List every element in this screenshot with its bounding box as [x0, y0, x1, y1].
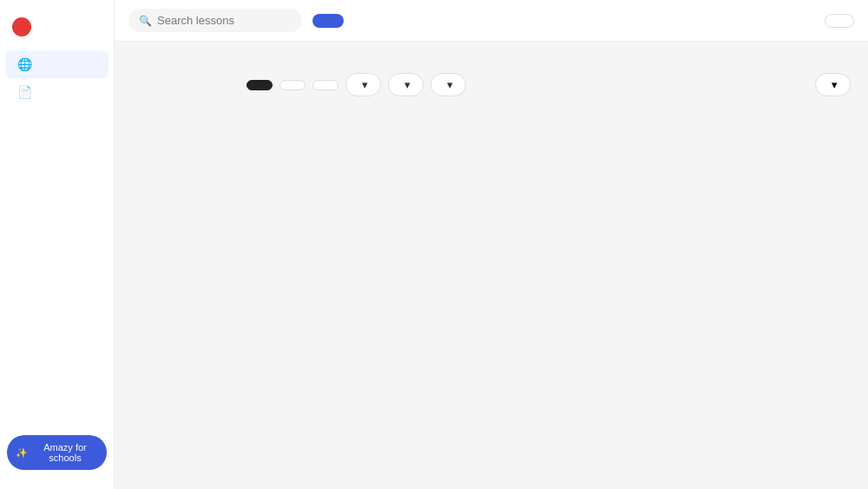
- chevron-icon: ▾: [362, 78, 368, 91]
- schools-label: Amazy for schools: [32, 442, 98, 463]
- app-logo: [0, 10, 114, 50]
- filter-all[interactable]: [247, 80, 273, 90]
- chevron-icon: ▾: [447, 78, 453, 91]
- filter-premium[interactable]: [279, 80, 306, 90]
- search-box: 🔍: [128, 9, 302, 32]
- filter-level[interactable]: ▾: [388, 73, 424, 96]
- community-icon: 🌐: [17, 57, 32, 71]
- search-icon: 🔍: [139, 15, 152, 27]
- sort-chevron-icon: ▾: [832, 78, 838, 91]
- create-lesson-button[interactable]: [312, 14, 344, 28]
- topbar: 🔍: [115, 0, 868, 42]
- filter-bar: ▾ ▾ ▾ ▾: [247, 73, 851, 96]
- filter-free[interactable]: [312, 80, 339, 90]
- search-input[interactable]: [157, 14, 279, 27]
- schools-icon: ✨: [16, 447, 28, 459]
- filter-language[interactable]: ▾: [345, 73, 381, 96]
- chevron-icon: ▾: [404, 78, 411, 91]
- sidebar-footer: ✨ Amazy for schools: [0, 426, 114, 479]
- sort-button[interactable]: ▾: [815, 73, 851, 96]
- logo-icon: [12, 17, 31, 36]
- sidebar-item-community[interactable]: 🌐: [5, 50, 108, 78]
- drafts-icon: 📄: [17, 85, 32, 99]
- sidebar: 🌐 📄 ✨ Amazy for schools: [0, 0, 115, 489]
- sidebar-item-drafts[interactable]: 📄: [5, 78, 108, 106]
- sign-in-button[interactable]: [825, 14, 854, 28]
- schools-button[interactable]: ✨ Amazy for schools: [7, 435, 107, 470]
- filter-age[interactable]: ▾: [431, 73, 466, 96]
- main-content: ▾ ▾ ▾ ▾: [229, 42, 868, 489]
